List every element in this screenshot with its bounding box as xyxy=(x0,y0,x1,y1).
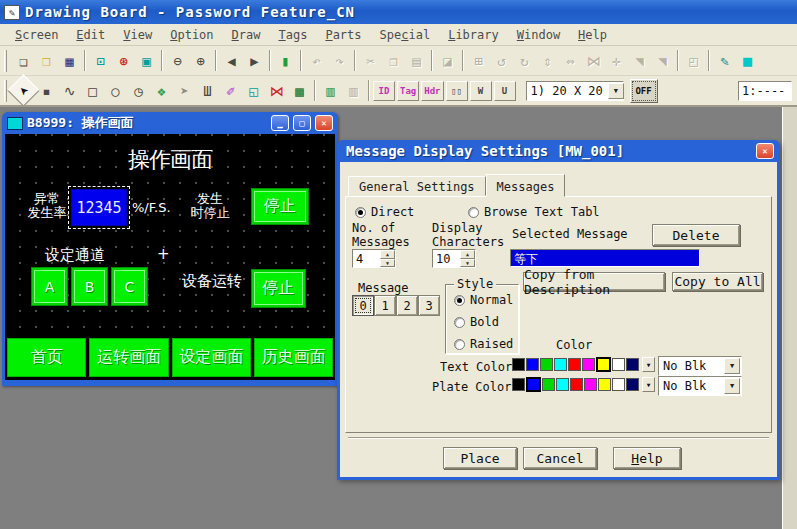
next-screen-icon[interactable]: ▶ xyxy=(243,49,266,72)
textbox-tool-icon[interactable]: ◱ xyxy=(242,79,265,102)
text-tool-icon[interactable]: ✐ xyxy=(219,79,242,102)
menu-library[interactable]: Library xyxy=(439,26,508,44)
grid-size-select[interactable]: 1) 20 X 20 ▼ xyxy=(526,81,624,101)
stop-lamp-bottom[interactable]: 停止 xyxy=(251,269,306,308)
paste-icon[interactable]: ▤ xyxy=(405,49,428,72)
toolbar-separator xyxy=(161,50,163,71)
minimize-button[interactable]: ▁ xyxy=(271,115,289,131)
channel-b-button[interactable]: B xyxy=(71,267,108,306)
window-w-icon[interactable]: W xyxy=(470,81,492,101)
zoom-in-icon[interactable]: ⊕ xyxy=(189,49,212,72)
window-title: Drawing Board - Password Feature_CN xyxy=(25,4,355,20)
undo-icon[interactable]: ↶ xyxy=(305,49,328,72)
zoom-out-icon[interactable]: ⊖ xyxy=(166,49,189,72)
channel-c-button[interactable]: C xyxy=(111,267,148,306)
screen-jump-icon[interactable]: ⊡ xyxy=(89,49,112,72)
open-file-icon[interactable]: ❒ xyxy=(35,49,58,72)
menu-edit[interactable]: Edit xyxy=(67,26,114,44)
dialog-titlebar[interactable]: Message Display Settings [MW_001] ✕ xyxy=(340,140,777,162)
device-run-label[interactable]: 设备运转 xyxy=(182,272,242,291)
eraser-icon[interactable]: ◪ xyxy=(436,49,459,72)
help-button[interactable]: Help xyxy=(613,447,681,469)
save-icon[interactable]: ▦ xyxy=(58,49,81,72)
chevron-down-icon[interactable]: ▼ xyxy=(608,83,624,99)
abnormal-rate-label[interactable]: 异常 发生率 xyxy=(21,192,73,220)
id-tag-icon[interactable]: ID xyxy=(373,81,395,101)
right-panel-strip xyxy=(782,107,797,529)
unit-label[interactable]: %/F.S. xyxy=(132,200,171,215)
id-display-field[interactable]: 1:---- xyxy=(738,81,792,101)
place-button[interactable]: Place xyxy=(443,447,517,469)
nav-run-button[interactable]: 运转画面 xyxy=(89,338,168,377)
channel-buttons: ABC xyxy=(31,267,148,306)
menu-special[interactable]: Special xyxy=(371,26,440,44)
numeric-display[interactable]: 12345 xyxy=(71,189,127,226)
nav-history-button[interactable]: 历史画面 xyxy=(254,338,333,377)
stop-lamp-top[interactable]: 停止 xyxy=(251,188,309,225)
screen-window-titlebar[interactable]: B8999: 操作画面 ▁ ▢ ✕ xyxy=(5,112,335,134)
graph-u-icon[interactable]: U xyxy=(494,81,516,101)
duplicate-icon[interactable]: ⊞ xyxy=(467,49,490,72)
shrink-icon[interactable]: ⋈ xyxy=(582,49,605,72)
rotate-left-icon[interactable]: ↺ xyxy=(490,49,513,72)
hmi-canvas[interactable]: 操作画面 异常 发生率 12345 %/F.S. 发生 时停止 停止 设定通道 … xyxy=(5,134,335,380)
menu-option[interactable]: Option xyxy=(161,26,222,44)
nav-home-button[interactable]: 首页 xyxy=(7,338,86,377)
menu-help[interactable]: Help xyxy=(569,26,616,44)
exit-door-icon[interactable]: ▮ xyxy=(274,49,297,72)
occur-stop-label[interactable]: 发生 时停止 xyxy=(184,192,236,220)
off-toggle-button[interactable]: OFF xyxy=(630,79,658,103)
screen-icon xyxy=(7,117,23,130)
rotate-right-icon[interactable]: ↻ xyxy=(513,49,536,72)
scale-tool-icon[interactable]: Ш xyxy=(196,79,219,102)
screen-image-icon[interactable]: ▣ xyxy=(135,49,158,72)
menu-parts[interactable]: Parts xyxy=(316,26,370,44)
menu-view[interactable]: View xyxy=(114,26,161,44)
new-file-icon[interactable]: ❏ xyxy=(12,49,35,72)
close-button[interactable]: ✕ xyxy=(315,115,333,131)
image-tool-icon[interactable]: ▦ xyxy=(288,79,311,102)
tab-messages[interactable]: Messages xyxy=(486,174,566,197)
menu-screen[interactable]: Screen xyxy=(6,26,67,44)
cancel-button[interactable]: Cancel xyxy=(523,447,597,469)
enlarge-icon[interactable]: ✛ xyxy=(605,49,628,72)
toolbar-grip[interactable] xyxy=(4,50,7,72)
tab-general-settings[interactable]: General Settings xyxy=(348,176,486,196)
shadow-on-icon[interactable]: ◥ xyxy=(628,49,651,72)
copy-icon[interactable]: ❐ xyxy=(382,49,405,72)
redo-icon[interactable]: ↷ xyxy=(328,49,351,72)
flip-vertical-icon[interactable]: ⇕ xyxy=(536,49,559,72)
channel-a-button[interactable]: A xyxy=(31,267,68,306)
menu-window[interactable]: Window xyxy=(508,26,569,44)
arc-tool-icon[interactable]: ◷ xyxy=(127,79,150,102)
menu-tags[interactable]: Tags xyxy=(269,26,316,44)
prev-screen-icon[interactable]: ◀ xyxy=(220,49,243,72)
ellipse-tool-icon[interactable]: ○ xyxy=(104,79,127,102)
dialog-tabs: General SettingsMessages xyxy=(348,174,565,196)
channel-label[interactable]: 设定通道 xyxy=(45,246,105,265)
nav-setting-button[interactable]: 设定画面 xyxy=(172,338,251,377)
abnormal-rate-line2: 发生率 xyxy=(21,206,73,220)
alarm-icon[interactable]: ⊛ xyxy=(112,49,135,72)
draw-pen-icon[interactable]: ✎ xyxy=(713,49,736,72)
hmi-screen-title[interactable]: 操作画面 xyxy=(5,145,335,175)
shadow-off-icon[interactable]: ◥ xyxy=(651,49,674,72)
flip-horizontal-icon[interactable]: ⇔ xyxy=(559,49,582,72)
fill-color-icon[interactable]: ■ xyxy=(736,49,759,72)
maximize-button[interactable]: ▢ xyxy=(293,115,311,131)
menu-draw[interactable]: Draw xyxy=(223,26,270,44)
counter-icon[interactable]: ▯▯ xyxy=(446,81,468,101)
library-icon[interactable]: ▥ xyxy=(319,79,342,102)
toolbar-separator xyxy=(677,50,679,71)
line-tool-icon[interactable]: ∿ xyxy=(58,79,81,102)
hdr-tag-icon[interactable]: Hdr xyxy=(421,81,443,101)
cut-icon[interactable]: ✂ xyxy=(359,49,382,72)
paint-tool-icon[interactable]: ❖ xyxy=(150,79,173,102)
library-alt-icon[interactable]: ▥ xyxy=(342,79,365,102)
rectangle-tool-icon[interactable]: □ xyxy=(81,79,104,102)
arrow-shape-icon[interactable]: ➤ xyxy=(173,79,196,102)
parts-tool-icon[interactable]: ⋈ xyxy=(265,79,288,102)
overlap-icon[interactable]: ◰ xyxy=(682,49,705,72)
tag-tag-icon[interactable]: Tag xyxy=(397,81,419,101)
dialog-close-button[interactable]: ✕ xyxy=(756,143,774,159)
